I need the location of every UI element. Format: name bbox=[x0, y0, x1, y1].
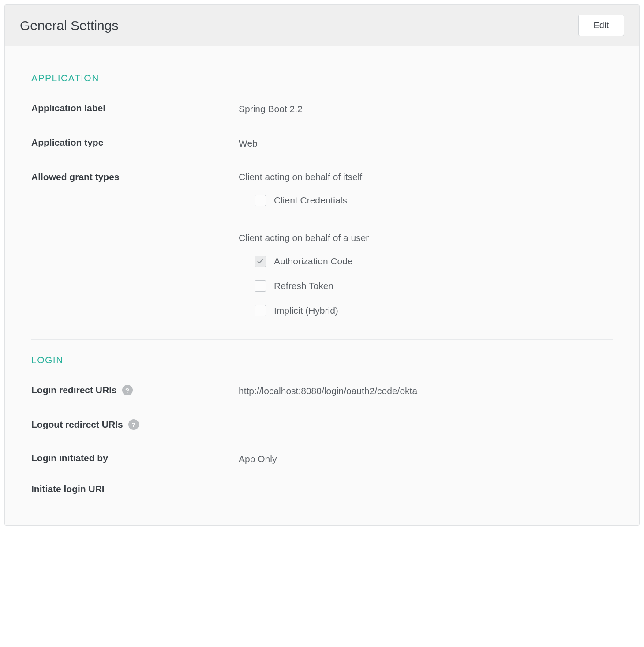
question-mark-icon: ? bbox=[131, 421, 135, 429]
field-label-text-logout-redirect-uris: Logout redirect URIs bbox=[31, 419, 123, 430]
field-label-login-redirect-uris: Login redirect URIs ? bbox=[31, 385, 239, 395]
checkbox-client-credentials[interactable]: Client Credentials bbox=[255, 195, 613, 206]
checkbox-authorization-code[interactable]: Authorization Code bbox=[255, 256, 613, 267]
field-value-application-type: Web bbox=[239, 137, 258, 149]
section-heading-application: APPLICATION bbox=[31, 73, 613, 83]
checkbox-box-authorization-code[interactable] bbox=[255, 256, 266, 267]
field-login-initiated-by: Login initiated by App Only bbox=[31, 453, 613, 464]
field-value-login-initiated-by: App Only bbox=[239, 453, 277, 464]
edit-button[interactable]: Edit bbox=[578, 15, 624, 36]
checkbox-implicit-hybrid[interactable]: Implicit (Hybrid) bbox=[255, 305, 613, 316]
field-label-login-initiated-by: Login initiated by bbox=[31, 453, 239, 463]
field-label-allowed-grant-types: Allowed grant types bbox=[31, 172, 239, 182]
check-icon bbox=[256, 257, 264, 265]
field-application-type: Application type Web bbox=[31, 137, 613, 149]
help-icon[interactable]: ? bbox=[122, 385, 133, 395]
general-settings-panel: General Settings Edit APPLICATION Applic… bbox=[4, 4, 640, 526]
field-initiate-login-uri: Initiate login URI bbox=[31, 484, 613, 494]
checkbox-box-client-credentials[interactable] bbox=[255, 195, 266, 206]
panel-title: General Settings bbox=[20, 18, 118, 33]
checkbox-label-implicit-hybrid: Implicit (Hybrid) bbox=[274, 305, 338, 316]
field-value-login-redirect-uris: http://localhost:8080/login/oauth2/code/… bbox=[239, 385, 417, 396]
field-label-logout-redirect-uris: Logout redirect URIs ? bbox=[31, 419, 239, 430]
checkbox-label-refresh-token: Refresh Token bbox=[274, 281, 333, 291]
question-mark-icon: ? bbox=[125, 387, 129, 394]
field-allowed-grant-types: Allowed grant types Client acting on beh… bbox=[31, 172, 613, 316]
field-label-initiate-login-uri: Initiate login URI bbox=[31, 484, 239, 494]
field-application-label: Application label Spring Boot 2.2 bbox=[31, 103, 613, 114]
field-logout-redirect-uris: Logout redirect URIs ? bbox=[31, 419, 613, 430]
grant-group-self-label: Client acting on behalf of itself bbox=[239, 172, 613, 182]
grant-types-section: Client acting on behalf of itself Client… bbox=[239, 172, 613, 316]
checkbox-box-implicit-hybrid[interactable] bbox=[255, 305, 266, 316]
grant-group-user-label: Client acting on behalf of a user bbox=[239, 233, 613, 243]
panel-header: General Settings Edit bbox=[5, 5, 639, 46]
section-divider bbox=[31, 339, 613, 340]
panel-body: APPLICATION Application label Spring Boo… bbox=[5, 46, 639, 525]
field-value-application-label: Spring Boot 2.2 bbox=[239, 103, 303, 114]
checkbox-refresh-token[interactable]: Refresh Token bbox=[255, 280, 613, 292]
field-label-text-login-redirect-uris: Login redirect URIs bbox=[31, 385, 117, 395]
field-label-application-type: Application type bbox=[31, 137, 239, 148]
field-login-redirect-uris: Login redirect URIs ? http://localhost:8… bbox=[31, 385, 613, 396]
checkbox-label-authorization-code: Authorization Code bbox=[274, 256, 353, 267]
section-heading-login: LOGIN bbox=[31, 355, 613, 365]
field-label-application-label: Application label bbox=[31, 103, 239, 113]
help-icon[interactable]: ? bbox=[128, 419, 139, 430]
checkbox-box-refresh-token[interactable] bbox=[255, 280, 266, 292]
checkbox-label-client-credentials: Client Credentials bbox=[274, 195, 347, 206]
